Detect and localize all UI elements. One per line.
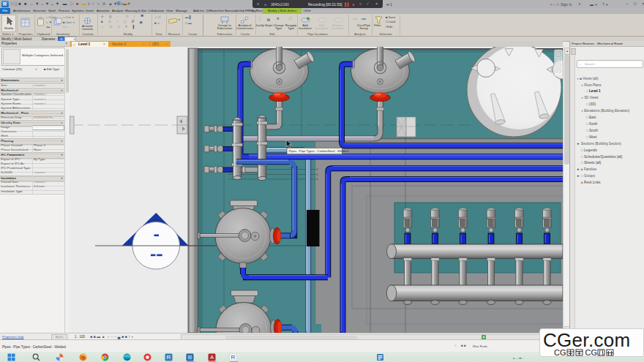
- svg-text:R: R: [167, 354, 171, 361]
- svg-text:Pipes : Pipe Types : CarbonSte: Pipes : Pipe Types : CarbonSteel - Welde…: [289, 149, 349, 153]
- svg-text:R: R: [231, 354, 236, 361]
- svg-text:A: A: [210, 355, 214, 360]
